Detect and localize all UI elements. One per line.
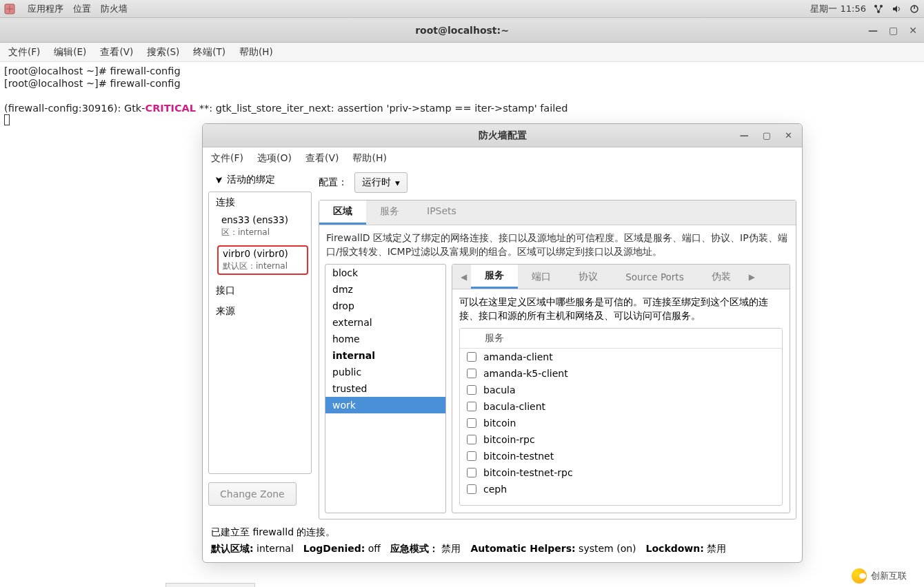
terminal-menu-search[interactable]: 搜索(S) xyxy=(147,46,179,59)
firewall-minimize-icon[interactable]: — xyxy=(740,130,749,141)
firewall-config-window: 防火墙配置 — ▢ ✕ 文件(F) 选项(O) 查看(V) 帮助(H) ⮟ 活动… xyxy=(202,123,803,563)
tab-services[interactable]: 服务 xyxy=(366,200,413,225)
service-label: bitcoin-testnet-rpc xyxy=(483,467,573,478)
detail-description: 可以在这里定义区域中哪些服务是可信的。可连接至绑定到这个区域的连接、接口和源的所… xyxy=(452,289,790,328)
services-column-header[interactable]: 服务 xyxy=(460,329,782,349)
menu-places[interactable]: 位置 xyxy=(73,3,91,15)
service-label: amanda-client xyxy=(483,351,553,362)
service-row[interactable]: amanda-client xyxy=(460,349,782,365)
main-tabs-container: 区域 服务 IPSets FirewallD 区域定义了绑定的网络连接、接口以及… xyxy=(319,200,796,519)
sidebar-item-interfaces[interactable]: 接口 xyxy=(209,280,311,301)
service-row[interactable]: amanda-k5-client xyxy=(460,365,782,382)
firewall-menu-file[interactable]: 文件(F) xyxy=(211,152,243,165)
firewall-menu-options[interactable]: 选项(O) xyxy=(257,152,292,165)
detail-tab-services[interactable]: 服务 xyxy=(471,265,518,289)
tab-ipsets[interactable]: IPSets xyxy=(413,200,470,225)
network-icon[interactable] xyxy=(873,3,884,14)
zone-item-dmz[interactable]: dmz xyxy=(325,281,445,298)
terminal-menu-terminal[interactable]: 终端(T) xyxy=(193,46,225,59)
service-label: bitcoin-rpc xyxy=(483,434,535,445)
menu-applications[interactable]: 应用程序 xyxy=(28,3,63,15)
zone-item-block[interactable]: block xyxy=(325,265,445,281)
terminal-title: root@localhost:~ xyxy=(415,25,509,36)
service-row[interactable]: ceph xyxy=(460,481,782,497)
service-row[interactable]: bitcoin-testnet-rpc xyxy=(460,464,782,481)
terminal-maximize-icon[interactable]: ▢ xyxy=(889,25,898,36)
detail-tab-source-ports[interactable]: Source Ports xyxy=(612,267,697,287)
firewall-close-icon[interactable]: ✕ xyxy=(785,130,792,141)
terminal-cursor xyxy=(4,114,10,125)
service-checkbox[interactable] xyxy=(467,369,476,378)
service-checkbox[interactable] xyxy=(467,484,476,494)
sidebar-connection-virbr0[interactable]: virbr0 (virbr0) 默认区：internal xyxy=(209,243,311,280)
services-table: 服务 amanda-clientamanda-k5-clientbaculaba… xyxy=(459,328,783,506)
zone-item-trusted[interactable]: trusted xyxy=(325,380,445,397)
service-checkbox[interactable] xyxy=(467,352,476,362)
highlighted-connection: virbr0 (virbr0) 默认区：internal xyxy=(217,245,308,275)
status-bar: 默认区域: internal LogDenied: off 应急模式： 禁用 A… xyxy=(203,540,802,562)
zone-item-public[interactable]: public xyxy=(325,364,445,380)
service-checkbox[interactable] xyxy=(467,418,476,428)
change-zone-button[interactable]: Change Zone xyxy=(208,482,297,506)
firewall-menubar: 文件(F) 选项(O) 查看(V) 帮助(H) xyxy=(203,147,802,169)
detail-tabs-header: ◀ 服务 端口 协议 Source Ports 伪装 ▶ xyxy=(452,265,790,289)
scroll-right-icon[interactable]: ▶ xyxy=(745,268,759,286)
terminal-menu-view[interactable]: 查看(V) xyxy=(100,46,133,59)
terminal-menu-edit[interactable]: 编辑(E) xyxy=(54,46,86,59)
tab-zones[interactable]: 区域 xyxy=(319,200,366,225)
service-row[interactable]: bitcoin xyxy=(460,415,782,431)
sidebar-item-sources[interactable]: 来源 xyxy=(209,301,311,322)
detail-tab-masquerade[interactable]: 伪装 xyxy=(698,266,745,288)
main-tabs-header: 区域 服务 IPSets xyxy=(319,200,796,225)
service-checkbox[interactable] xyxy=(467,402,476,411)
service-label: bacula-client xyxy=(483,401,545,412)
firewall-title: 防火墙配置 xyxy=(479,130,527,142)
sidebar-connection-ens33[interactable]: ens33 (ens33) 区：internal xyxy=(209,213,311,243)
firewall-menu-view[interactable]: 查看(V) xyxy=(305,152,339,165)
clock[interactable]: 星期一 11:56 xyxy=(810,3,866,15)
firewall-maximize-icon[interactable]: ▢ xyxy=(763,130,771,141)
zone-item-internal[interactable]: internal xyxy=(325,347,445,364)
gnome-top-bar: 应用程序 位置 防火墙 星期一 11:56 xyxy=(0,0,924,18)
zone-list[interactable]: blockdmzdropexternalhomeinternalpublictr… xyxy=(325,264,446,513)
service-row[interactable]: bacula xyxy=(460,382,782,398)
scroll-left-icon[interactable]: ◀ xyxy=(456,268,471,286)
power-icon[interactable] xyxy=(909,3,920,14)
service-row[interactable]: bacula-client xyxy=(460,398,782,415)
config-mode-dropdown[interactable]: 运行时 ▾ xyxy=(354,172,408,193)
zone-item-external[interactable]: external xyxy=(325,314,445,331)
service-row[interactable]: bitcoin-rpc xyxy=(460,431,782,448)
chevron-down-icon: ⮟ xyxy=(215,176,223,185)
sidebar-item-connections[interactable]: 连接 xyxy=(209,192,311,213)
terminal-titlebar: root@localhost:~ — ▢ ✕ xyxy=(0,18,924,43)
zone-description: FirewallD 区域定义了绑定的网络连接、接口以及源地址的可信程度。区域是服… xyxy=(319,225,796,264)
status-connected: 已建立至 firewalld 的连接。 xyxy=(203,519,802,540)
terminal-minimize-icon[interactable]: — xyxy=(868,25,878,36)
service-label: bitcoin xyxy=(483,418,516,429)
service-label: bacula xyxy=(483,384,516,395)
service-label: amanda-k5-client xyxy=(483,368,568,379)
sidebar-header-active-bindings[interactable]: ⮟ 活动的绑定 xyxy=(208,169,312,190)
sidebar: ⮟ 活动的绑定 连接 ens33 (ens33) 区：internal virb… xyxy=(208,169,312,519)
watermark-logo: 创新互联 xyxy=(834,565,924,587)
service-checkbox[interactable] xyxy=(467,468,476,477)
detail-tab-protocols[interactable]: 协议 xyxy=(565,266,612,288)
logo-icon xyxy=(852,568,867,584)
terminal-menu-help[interactable]: 帮助(H) xyxy=(239,46,273,59)
terminal-menubar: 文件(F) 编辑(E) 查看(V) 搜索(S) 终端(T) 帮助(H) xyxy=(0,43,924,62)
zone-item-drop[interactable]: drop xyxy=(325,298,445,314)
service-row[interactable]: bitcoin-testnet xyxy=(460,448,782,464)
detail-tab-ports[interactable]: 端口 xyxy=(518,266,565,288)
zone-item-home[interactable]: home xyxy=(325,331,445,347)
firewall-menu-help[interactable]: 帮助(H) xyxy=(352,152,386,165)
terminal-menu-file[interactable]: 文件(F) xyxy=(8,46,40,59)
terminal-body[interactable]: [root@localhost ~]# firewall-config [roo… xyxy=(0,62,924,131)
service-checkbox[interactable] xyxy=(467,385,476,395)
service-checkbox[interactable] xyxy=(467,451,476,461)
service-checkbox[interactable] xyxy=(467,435,476,444)
terminal-close-icon[interactable]: ✕ xyxy=(909,25,917,36)
zone-item-work[interactable]: work xyxy=(325,397,445,413)
firewall-titlebar: 防火墙配置 — ▢ ✕ xyxy=(203,124,802,147)
sound-icon[interactable] xyxy=(891,3,902,14)
menu-firewall[interactable]: 防火墙 xyxy=(101,3,128,15)
